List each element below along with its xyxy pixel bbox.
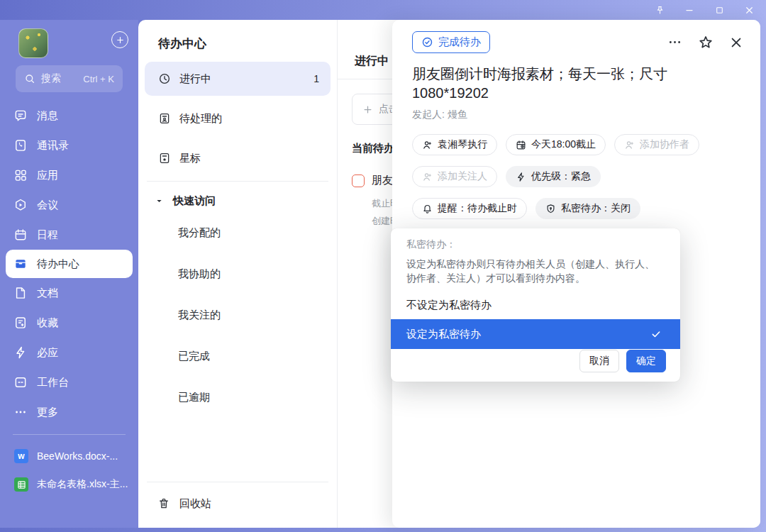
cancel-button[interactable]: 取消 bbox=[579, 350, 619, 372]
confirm-button[interactable]: 确定 bbox=[626, 350, 666, 372]
reminder-chip[interactable]: 提醒：待办截止时 bbox=[412, 198, 527, 219]
shield-icon bbox=[545, 204, 556, 214]
quick-access-item-label: 我关注的 bbox=[178, 309, 221, 322]
sidebar-item-workbench[interactable]: 工作台 bbox=[0, 367, 138, 397]
minimize-button[interactable] bbox=[679, 1, 699, 18]
todo-count-badge: 1 bbox=[313, 73, 319, 84]
sidebar-item-calendar[interactable]: 日程 bbox=[0, 220, 138, 250]
sidebar-item-biying[interactable]: 必应 bbox=[0, 338, 138, 367]
doc-person-icon bbox=[158, 112, 171, 125]
private-todo-popup: 私密待办： 设定为私密待办则只有待办相关人员（创建人、执行人、协作者、关注人）才… bbox=[391, 228, 680, 382]
person-add-icon bbox=[422, 172, 433, 182]
sidebar-item-label: 日程 bbox=[37, 228, 58, 242]
check-circle-icon bbox=[421, 36, 433, 48]
calendar-clock-icon bbox=[516, 140, 526, 150]
recycle-bin-item[interactable]: 回收站 bbox=[138, 489, 337, 518]
sidebar-item-label: 消息 bbox=[37, 109, 58, 123]
sidebar-item-label: 工作台 bbox=[37, 376, 69, 389]
quick-access-completed[interactable]: 已完成 bbox=[138, 336, 337, 377]
sidebar-item-label: 通讯录 bbox=[37, 139, 69, 153]
star-todo-button[interactable] bbox=[698, 35, 714, 50]
priority-chip[interactable]: 优先级：紧急 bbox=[506, 166, 601, 187]
recent-file-word[interactable]: w BeeWorks.docx-... bbox=[0, 442, 138, 470]
panel-divider bbox=[147, 482, 328, 482]
maximize-button[interactable] bbox=[709, 1, 729, 18]
more-actions-button[interactable] bbox=[667, 35, 682, 50]
add-follower-chip[interactable]: 添加关注人 bbox=[412, 166, 497, 187]
todo-filter-label: 待处理的 bbox=[179, 112, 222, 126]
todo-filter-pending[interactable]: 待处理的 bbox=[145, 101, 331, 135]
close-detail-button[interactable] bbox=[729, 35, 743, 50]
maximize-icon bbox=[715, 6, 724, 15]
private-todo-chip[interactable]: 私密待办：关闭 bbox=[535, 198, 640, 219]
add-collaborator-chip[interactable]: 添加协作者 bbox=[614, 134, 699, 155]
caret-down-icon bbox=[155, 197, 163, 205]
search-placeholder: 搜索 bbox=[41, 72, 61, 85]
todo-attribute-chips: 袁湘琴执行 今天18:00截止 添加协作者 添加关注人 优先 bbox=[412, 134, 743, 219]
close-window-button[interactable] bbox=[739, 1, 759, 18]
sidebar-item-label: 必应 bbox=[37, 346, 58, 360]
sidebar-item-more[interactable]: 更多 bbox=[0, 397, 138, 427]
lightning-icon bbox=[516, 172, 526, 182]
complete-todo-button[interactable]: 完成待办 bbox=[412, 31, 490, 53]
todo-filter-starred[interactable]: 星标 bbox=[145, 141, 331, 175]
star-icon bbox=[698, 35, 714, 50]
window-controls bbox=[650, 1, 759, 18]
quick-access-overdue[interactable]: 已逾期 bbox=[138, 377, 337, 418]
favorites-icon bbox=[13, 316, 28, 330]
ellipsis-icon bbox=[667, 35, 682, 50]
person-add-icon bbox=[422, 140, 433, 150]
workbench-icon bbox=[13, 375, 28, 389]
recycle-bin-label: 回收站 bbox=[179, 497, 211, 511]
chip-label: 私密待办：关闭 bbox=[561, 202, 631, 215]
quick-access-header[interactable]: 快速访问 bbox=[138, 182, 337, 212]
todo-filter-in-progress[interactable]: 进行中 1 bbox=[145, 62, 331, 96]
sidebar-item-label: 更多 bbox=[37, 406, 58, 419]
complete-todo-label: 完成待办 bbox=[438, 35, 481, 49]
sidebar-item-contacts[interactable]: 通讯录 bbox=[0, 131, 138, 160]
todo-filter-label: 进行中 bbox=[179, 72, 211, 86]
plus-icon bbox=[362, 104, 373, 115]
sidebar-item-label: 文档 bbox=[37, 287, 58, 300]
sidebar-item-label: 会议 bbox=[37, 199, 58, 212]
sidebar-item-messages[interactable]: 消息 bbox=[0, 101, 138, 131]
quick-access-assigned-by-me[interactable]: 我分配的 bbox=[138, 212, 337, 253]
sidebar-item-todo-center[interactable]: 待办中心 bbox=[6, 250, 133, 278]
titlebar bbox=[0, 0, 766, 20]
lightning-icon bbox=[13, 345, 28, 360]
document-icon bbox=[13, 286, 28, 300]
avatar[interactable] bbox=[18, 28, 48, 58]
todo-panel: 待办中心 进行中 1 待处理的 星标 快速访问 我分配的 我协助的 我关注的 已… bbox=[138, 20, 338, 528]
executor-chip[interactable]: 袁湘琴执行 bbox=[412, 134, 497, 155]
deadline-chip[interactable]: 今天18:00截止 bbox=[506, 134, 606, 155]
todo-checkbox[interactable] bbox=[352, 174, 365, 187]
sidebar-item-favorites[interactable]: 收藏 bbox=[0, 308, 138, 338]
quick-access-followed-by-me[interactable]: 我关注的 bbox=[138, 294, 337, 336]
quick-access-label: 快速访问 bbox=[173, 194, 216, 208]
search-input[interactable]: 搜索 Ctrl + K bbox=[16, 65, 123, 92]
quick-access-assisted-by-me[interactable]: 我协助的 bbox=[138, 253, 337, 294]
trash-icon bbox=[157, 497, 170, 510]
clock-icon bbox=[158, 72, 171, 85]
calendar-icon bbox=[13, 228, 28, 242]
quick-access-item-label: 我分配的 bbox=[178, 226, 221, 240]
todo-center-icon bbox=[13, 257, 28, 271]
recent-file-excel[interactable]: 未命名表格.xlsx-主... bbox=[0, 470, 138, 499]
sidebar-item-apps[interactable]: 应用 bbox=[0, 160, 138, 190]
close-window-icon bbox=[744, 5, 755, 16]
close-icon bbox=[729, 35, 743, 50]
popup-description: 设定为私密待办则只有待办相关人员（创建人、执行人、协作者、关注人）才可以看到待办… bbox=[391, 257, 676, 285]
check-icon bbox=[650, 328, 662, 340]
sidebar-item-meetings[interactable]: 会议 bbox=[0, 190, 138, 220]
sidebar-nav: 消息 通讯录 应用 会议 日程 待办中心 bbox=[0, 101, 138, 427]
option-not-private[interactable]: 不设定为私密待办 bbox=[391, 293, 680, 318]
add-button[interactable] bbox=[111, 31, 128, 48]
option-private[interactable]: 设定为私密待办 bbox=[391, 319, 680, 349]
todo-panel-title: 待办中心 bbox=[138, 20, 337, 62]
app-sidebar: 搜索 Ctrl + K 消息 通讯录 应用 会议 日程 bbox=[0, 20, 138, 528]
chip-label: 袁湘琴执行 bbox=[438, 138, 487, 151]
pin-window-button[interactable] bbox=[650, 1, 670, 18]
sidebar-item-docs[interactable]: 文档 bbox=[0, 278, 138, 308]
person-add-icon bbox=[624, 140, 635, 150]
word-file-icon: w bbox=[14, 449, 28, 463]
